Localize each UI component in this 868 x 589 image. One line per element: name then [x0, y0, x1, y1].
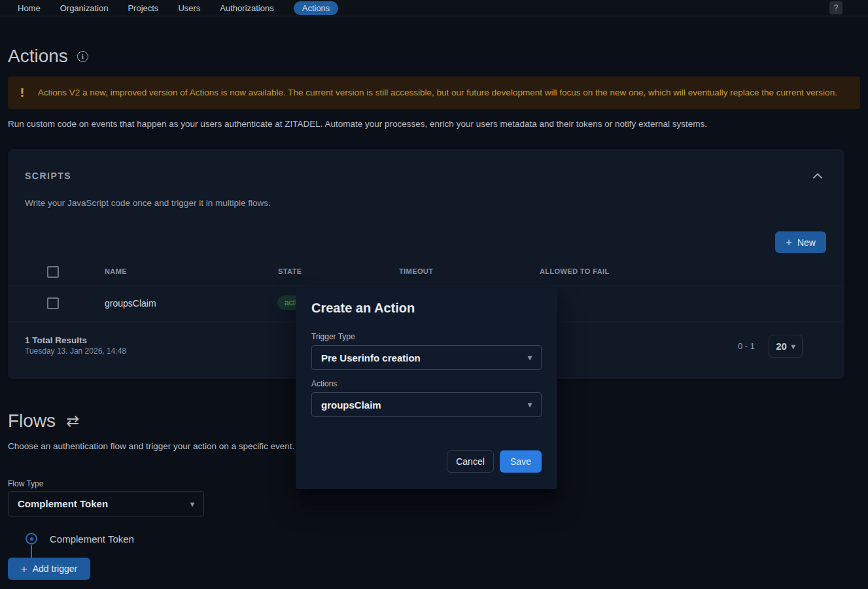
col-header-state: STATE — [278, 267, 302, 275]
scripts-card-subtitle: Write your JavaScript code once and trig… — [25, 198, 271, 208]
banner-text: Actions V2 a new, improved version of Ac… — [38, 86, 837, 100]
flows-title-text: Flows — [8, 411, 56, 431]
add-trigger-label: Add trigger — [33, 564, 77, 574]
actions-value: groupsClaim — [321, 399, 381, 411]
col-header-name: NAME — [105, 267, 127, 275]
page-title: Actions i — [8, 46, 88, 67]
timeline-connector — [31, 545, 32, 558]
timeline-node-icon — [26, 533, 37, 545]
chevron-down-icon: ▾ — [791, 343, 795, 350]
nav-item-users[interactable]: Users — [178, 3, 200, 13]
table-divider — [8, 286, 844, 286]
flow-type-select[interactable]: Complement Token ▾ — [8, 491, 204, 516]
page-intro: Run custom code on events that happen as… — [8, 119, 858, 129]
action-name-cell: groupsClaim — [105, 298, 156, 309]
collapse-icon[interactable] — [812, 170, 824, 182]
actions-page: Home Organization Projects Users Authori… — [0, 0, 868, 589]
select-all-checkbox[interactable] — [47, 266, 59, 278]
chevron-down-icon: ▾ — [528, 354, 532, 362]
cancel-button[interactable]: Cancel — [447, 450, 494, 473]
add-trigger-button[interactable]: + Add trigger — [8, 558, 90, 580]
timeline-dot — [30, 537, 33, 541]
total-results: 1 Total Results — [25, 335, 87, 345]
nav-item-actions[interactable]: Actions — [294, 1, 339, 15]
plus-icon: + — [21, 564, 27, 575]
chevron-down-icon: ▾ — [190, 500, 194, 508]
trigger-type-label: Trigger Type — [311, 332, 355, 341]
table-header-row: NAME STATE TIMEOUT ALLOWED TO FAIL — [8, 261, 844, 286]
page-title-text: Actions — [8, 46, 68, 67]
warning-icon: ! — [20, 88, 25, 99]
nav-item-home[interactable]: Home — [18, 3, 41, 13]
new-action-button[interactable]: + New — [775, 231, 826, 253]
swap-arrows-icon: ⇄ — [66, 413, 79, 429]
nav-item-authorizations[interactable]: Authorizations — [220, 3, 273, 13]
new-button-label: New — [797, 237, 816, 248]
page-size-value: 20 — [776, 341, 787, 352]
chevron-down-icon: ▾ — [528, 401, 532, 409]
pagination-range: 0 - 1 — [738, 341, 755, 351]
dialog-title: Create an Action — [311, 301, 415, 316]
row-checkbox[interactable] — [47, 297, 59, 309]
plus-icon: + — [786, 237, 792, 248]
col-header-allowed-to-fail: ALLOWED TO FAIL — [540, 267, 610, 275]
scripts-card-title: SCRIPTS — [25, 171, 71, 181]
top-navbar: Home Organization Projects Users Authori… — [0, 0, 868, 16]
page-size-select[interactable]: 20 ▾ — [769, 335, 803, 358]
flows-title: Flows ⇄ — [8, 411, 79, 431]
create-action-dialog: Create an Action Trigger Type Pre Userin… — [296, 288, 557, 489]
flow-type-label: Flow Type — [8, 479, 43, 488]
help-button[interactable]: ? — [829, 1, 842, 14]
timeline-flow-label: Complement Token — [50, 533, 134, 545]
info-icon[interactable]: i — [77, 51, 88, 62]
nav-item-organization[interactable]: Organization — [60, 3, 109, 13]
results-timestamp: Tuesday 13. Jan 2026, 14:48 — [25, 346, 126, 356]
trigger-type-select[interactable]: Pre Userinfo creation ▾ — [311, 345, 542, 370]
nav-item-projects[interactable]: Projects — [128, 3, 158, 13]
col-header-timeout: TIMEOUT — [399, 267, 433, 275]
actions-select[interactable]: groupsClaim ▾ — [311, 392, 542, 417]
flow-type-value: Complement Token — [18, 498, 108, 509]
trigger-type-value: Pre Userinfo creation — [321, 352, 421, 363]
save-button[interactable]: Save — [500, 450, 542, 473]
actions-v2-banner: ! Actions V2 a new, improved version of … — [8, 76, 860, 109]
actions-label: Actions — [311, 379, 337, 388]
